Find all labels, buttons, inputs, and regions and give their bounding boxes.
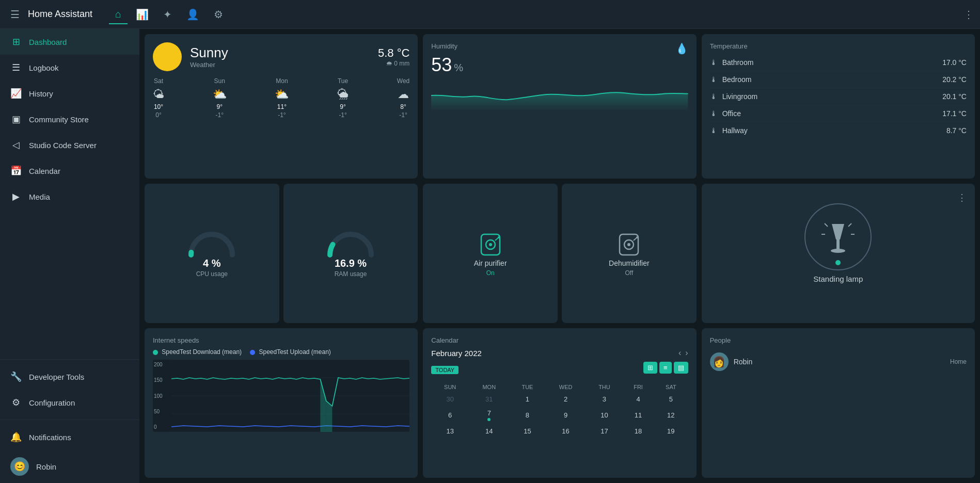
sidebar-item-history[interactable]: 📈 History bbox=[0, 81, 139, 106]
sidebar-username: Robin bbox=[36, 462, 56, 471]
cal-view-grid[interactable]: ⊞ bbox=[643, 362, 657, 374]
menu-icon[interactable]: ☰ bbox=[6, 4, 24, 25]
calendar-cell[interactable]: 9 bbox=[545, 406, 586, 424]
svg-marker-23 bbox=[326, 401, 333, 432]
forecast-day-0: Sat 🌤 10° 0° bbox=[153, 77, 164, 119]
dehumidifier-card[interactable]: Dehumidifier Off bbox=[562, 184, 697, 323]
download-dot bbox=[153, 350, 158, 355]
notifications-icon: 🔔 bbox=[10, 431, 22, 443]
sidebar-label-configuration: Configuration bbox=[29, 398, 75, 407]
content-area: Sunny Weather 5.8 °C 🌧 0 mm Sat 🌤 10° 0° bbox=[139, 29, 980, 483]
cpu-gauge-card: 4 % CPU usage bbox=[145, 184, 279, 323]
calendar-cell[interactable]: 5 bbox=[654, 392, 688, 406]
calendar-cell[interactable]: 8 bbox=[510, 406, 546, 424]
sidebar-bottom: 🔧 Developer Tools ⚙ Configuration 🔔 Noti… bbox=[0, 355, 139, 483]
sun-icon bbox=[153, 42, 182, 71]
people-card: People 👩 Robin Home bbox=[702, 328, 975, 478]
calendar-card: Calendar February 2022 ‹ › TODAY ⊞ ≡ ▤ bbox=[423, 328, 696, 478]
calendar-toolbar: ⊞ ≡ ▤ bbox=[643, 362, 688, 374]
calendar-cell[interactable]: 14 bbox=[469, 424, 509, 438]
sidebar-item-community-store[interactable]: ▣ Community Store bbox=[0, 106, 139, 132]
sidebar-label-developer-tools: Developer Tools bbox=[29, 373, 84, 381]
calendar-cell[interactable]: 31 bbox=[469, 392, 509, 406]
topbar-more-icon[interactable]: ⋮ bbox=[963, 8, 974, 21]
today-indicator bbox=[487, 418, 491, 421]
svg-point-2 bbox=[489, 243, 492, 246]
air-purifier-name: Air purifier bbox=[474, 259, 507, 267]
calendar-next[interactable]: › bbox=[685, 348, 688, 358]
calendar-cell[interactable]: 15 bbox=[510, 424, 546, 438]
ram-gauge-card: 16.9 % RAM usage bbox=[283, 184, 418, 323]
user-avatar: 😊 bbox=[10, 457, 29, 476]
sidebar-item-media[interactable]: ▶ Media bbox=[0, 184, 139, 210]
sidebar-item-developer-tools[interactable]: 🔧 Developer Tools bbox=[0, 364, 139, 390]
thermometer-icon-4: 🌡 bbox=[710, 126, 717, 135]
sidebar-item-logbook[interactable]: ☰ Logbook bbox=[0, 55, 139, 81]
studio-icon: ◁ bbox=[10, 139, 22, 151]
sidebar-item-calendar[interactable]: 📅 Calendar bbox=[0, 158, 139, 184]
topbar-settings[interactable]: ⚙ bbox=[208, 4, 229, 25]
internet-card: Internet speeds SpeedTest Download (mean… bbox=[145, 328, 418, 478]
people-avatar-robin: 👩 bbox=[710, 352, 729, 371]
calendar-cell[interactable]: 6 bbox=[431, 406, 469, 424]
cal-view-schedule[interactable]: ▤ bbox=[674, 362, 688, 374]
weather-precip: 🌧 0 mm bbox=[378, 60, 409, 67]
sidebar-label-media: Media bbox=[29, 192, 50, 201]
lamp-icon-circle[interactable] bbox=[804, 203, 872, 270]
calendar-cell[interactable]: 4 bbox=[623, 392, 654, 406]
upload-dot bbox=[250, 350, 255, 355]
calendar-table: SUN MON TUE WED THU FRI SAT 303112345678… bbox=[431, 382, 688, 438]
sidebar-label-dashboard: Dashboard bbox=[29, 38, 67, 46]
sidebar-item-configuration[interactable]: ⚙ Configuration bbox=[0, 390, 139, 415]
forecast-day-4: Wed ☁ 8° -1° bbox=[397, 77, 409, 119]
lamp-more-icon[interactable]: ⋮ bbox=[957, 192, 967, 203]
calendar-cell[interactable]: 7 bbox=[469, 406, 509, 424]
dashboard-icon: ⊞ bbox=[10, 36, 22, 47]
calendar-icon: 📅 bbox=[10, 165, 22, 176]
upload-legend: SpeedTest Upload (mean) bbox=[250, 348, 331, 356]
calendar-cell[interactable]: 11 bbox=[623, 406, 654, 424]
calendar-cell[interactable]: 1 bbox=[510, 392, 546, 406]
history-icon: 📈 bbox=[10, 88, 22, 99]
sidebar-label-history: History bbox=[29, 89, 53, 98]
sidebar-label-studio: Studio Code Server bbox=[29, 141, 97, 150]
calendar-cell[interactable]: 10 bbox=[586, 406, 623, 424]
calendar-cell[interactable]: 17 bbox=[586, 424, 623, 438]
sidebar-item-notifications[interactable]: 🔔 Notifications bbox=[0, 424, 139, 450]
sidebar-item-dashboard[interactable]: ⊞ Dashboard bbox=[0, 29, 139, 55]
dehumidifier-status: Off bbox=[625, 269, 633, 277]
calendar-cell[interactable]: 19 bbox=[654, 424, 688, 438]
calendar-cell[interactable]: 18 bbox=[623, 424, 654, 438]
sidebar-item-studio-code-server[interactable]: ◁ Studio Code Server bbox=[0, 132, 139, 158]
topbar-stats[interactable]: 📊 bbox=[130, 4, 155, 25]
calendar-cell[interactable]: 2 bbox=[545, 392, 586, 406]
logbook-icon: ☰ bbox=[10, 62, 22, 73]
cal-view-list[interactable]: ≡ bbox=[659, 362, 672, 374]
thermometer-icon-0: 🌡 bbox=[710, 58, 717, 67]
people-status-robin: Home bbox=[950, 358, 967, 365]
sidebar-item-user[interactable]: 😊 Robin bbox=[0, 450, 139, 483]
topbar-user[interactable]: 👤 bbox=[180, 4, 206, 25]
calendar-prev[interactable]: ‹ bbox=[678, 348, 681, 358]
sidebar-label-community-store: Community Store bbox=[29, 115, 89, 124]
air-purifier-card[interactable]: Air purifier On bbox=[423, 184, 558, 323]
cloud-icon: 🌧 bbox=[386, 60, 394, 67]
calendar-cell[interactable]: 16 bbox=[545, 424, 586, 438]
humidity-title: Humidity bbox=[431, 42, 463, 50]
svg-point-7 bbox=[627, 243, 630, 246]
calendar-today-label[interactable]: TODAY bbox=[431, 366, 459, 374]
topbar-map[interactable]: ✦ bbox=[157, 4, 178, 25]
temp-row-office: 🌡 Office 17.1 °C bbox=[710, 105, 967, 122]
download-legend: SpeedTest Download (mean) bbox=[153, 348, 242, 356]
configuration-icon: ⚙ bbox=[10, 397, 22, 408]
calendar-cell[interactable]: 12 bbox=[654, 406, 688, 424]
calendar-cell[interactable]: 3 bbox=[586, 392, 623, 406]
calendar-cell[interactable]: 13 bbox=[431, 424, 469, 438]
dehumidifier-name: Dehumidifier bbox=[609, 259, 650, 267]
topbar-home[interactable]: ⌂ bbox=[109, 4, 128, 24]
lamp-card: ⋮ Standing lamp bbox=[702, 184, 975, 323]
weather-info: Sunny Weather bbox=[190, 45, 228, 69]
calendar-cell[interactable]: 30 bbox=[431, 392, 469, 406]
temperature-title: Temperature bbox=[710, 42, 967, 50]
ram-value: 16.9 % bbox=[335, 257, 367, 269]
